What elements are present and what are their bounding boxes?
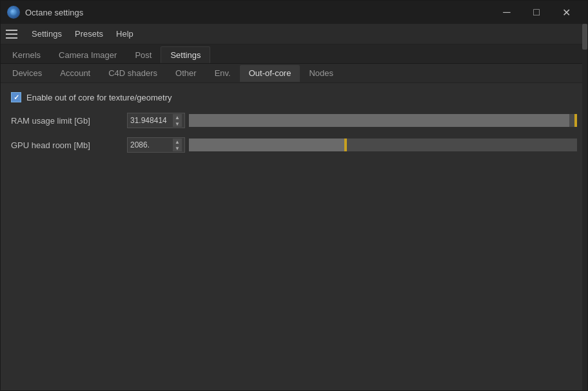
sub-tab-bar: Devices Account C4D shaders Other Env. O… — [1, 64, 587, 83]
scrollbar-thumb[interactable] — [582, 24, 587, 50]
subtab-account[interactable]: Account — [51, 65, 99, 82]
window-title: Octane settings — [25, 8, 492, 17]
app-window: Octane settings ─ □ ✕ Settings Presets H… — [0, 0, 588, 391]
ram-usage-arrows: ▲ ▼ — [173, 114, 182, 127]
subtab-nodes[interactable]: Nodes — [300, 65, 342, 82]
title-bar: Octane settings ─ □ ✕ — [1, 1, 587, 24]
menu-settings[interactable]: Settings — [25, 26, 68, 41]
gpu-headroom-fill — [189, 138, 344, 151]
ram-usage-marker — [574, 114, 577, 127]
gpu-headroom-label: GPU head room [Mb] — [11, 140, 127, 150]
window-controls: ─ □ ✕ — [492, 1, 581, 24]
maximize-button[interactable]: □ — [522, 1, 551, 24]
main-tab-bar: Kernels Camera Imager Post Settings — [1, 44, 587, 64]
ram-usage-progress — [189, 114, 577, 127]
ram-usage-spinbox[interactable]: 31.948414 ▲ ▼ — [127, 113, 185, 128]
menu-presets[interactable]: Presets — [68, 26, 110, 41]
app-icon — [7, 6, 20, 19]
ram-usage-fill — [189, 114, 569, 127]
ram-usage-down[interactable]: ▼ — [173, 120, 182, 127]
gpu-headroom-value: 2086. — [130, 140, 173, 149]
tab-camera-imager[interactable]: Camera Imager — [50, 46, 126, 63]
tab-settings[interactable]: Settings — [161, 46, 210, 63]
enable-checkbox-row: Enable out of core for texture/geometry — [11, 92, 577, 102]
hamburger-menu[interactable] — [3, 25, 21, 43]
scrollbar[interactable] — [582, 24, 587, 390]
ram-usage-label: RAM usage limit [Gb] — [11, 116, 127, 126]
ram-usage-value: 31.948414 — [130, 116, 173, 125]
content-area: Enable out of core for texture/geometry … — [1, 83, 587, 390]
tab-kernels[interactable]: Kernels — [3, 46, 50, 63]
gpu-headroom-progress — [189, 138, 577, 151]
gpu-headroom-spinbox[interactable]: 2086. ▲ ▼ — [127, 137, 185, 153]
subtab-other[interactable]: Other — [166, 65, 206, 82]
gpu-headroom-row: GPU head room [Mb] 2086. ▲ ▼ — [11, 136, 577, 154]
enable-checkbox-label: Enable out of core for texture/geometry — [26, 93, 172, 102]
minimize-button[interactable]: ─ — [492, 1, 522, 24]
gpu-headroom-up[interactable]: ▲ — [173, 138, 182, 145]
subtab-out-of-core[interactable]: Out-of-core — [240, 65, 300, 82]
subtab-env[interactable]: Env. — [206, 65, 240, 82]
ram-usage-up[interactable]: ▲ — [173, 114, 182, 120]
subtab-devices[interactable]: Devices — [3, 65, 51, 82]
gpu-headroom-down[interactable]: ▼ — [173, 145, 182, 151]
gpu-headroom-arrows: ▲ ▼ — [173, 138, 182, 151]
enable-checkbox[interactable] — [11, 92, 21, 102]
menu-help[interactable]: Help — [110, 26, 140, 41]
tab-post[interactable]: Post — [126, 46, 161, 63]
menu-bar: Settings Presets Help — [1, 24, 587, 44]
close-button[interactable]: ✕ — [551, 1, 581, 24]
ram-usage-row: RAM usage limit [Gb] 31.948414 ▲ ▼ — [11, 111, 577, 129]
subtab-c4d-shaders[interactable]: C4D shaders — [99, 65, 166, 82]
gpu-headroom-marker — [344, 138, 347, 151]
